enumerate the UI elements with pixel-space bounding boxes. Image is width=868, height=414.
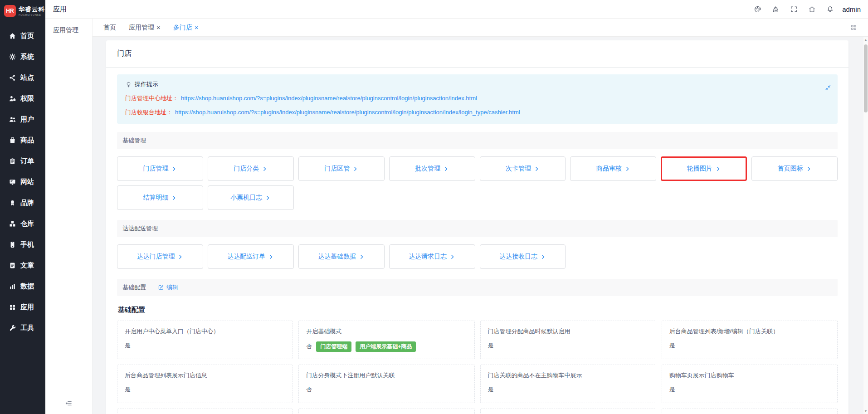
chevron-right-icon: [352, 166, 358, 172]
sidebar-item-仓库[interactable]: 仓库: [0, 213, 45, 234]
app-button-门店分类[interactable]: 门店分类: [208, 156, 294, 181]
app-button-小票机日志[interactable]: 小票机日志: [208, 185, 294, 210]
config-item-value: 是: [488, 341, 494, 350]
scroll-up-arrow[interactable]: ▲: [864, 38, 868, 41]
section-button-grid: 达达门店管理达达配送订单达达基础数据达达请求日志达达接收日志: [117, 244, 838, 269]
sidebar-item-手机[interactable]: 手机: [0, 234, 45, 255]
app-button-达达门店管理[interactable]: 达达门店管理: [117, 244, 203, 269]
app-button-label: 达达配送订单: [227, 253, 265, 261]
app-button-轮播图片[interactable]: 轮播图片: [661, 156, 747, 181]
main-area: 首页应用管理×多门店× 门店 操作提示 门店管理中心地址：https://sho…: [93, 19, 868, 414]
config-item-label: 门店管理分配商品时候默认启用: [488, 327, 649, 336]
sidebar-item-label: 品牌: [20, 199, 34, 207]
config-badge: 门店管理端: [316, 341, 351, 352]
app-button-结算明细[interactable]: 结算明细: [117, 185, 203, 210]
tip-row: 门店收银台地址：https://shop.huaruishop.com/?s=p…: [125, 108, 829, 117]
sidebar-item-数据[interactable]: 数据: [0, 276, 45, 297]
sidebar-item-label: 首页: [20, 32, 34, 40]
sidebar-item-label: 应用: [20, 303, 34, 312]
chevron-right-icon: [171, 195, 177, 201]
config-bar-title: 基础配置: [122, 283, 146, 292]
sidebar-item-站点[interactable]: 站点: [0, 67, 45, 88]
sidebar-item-用户[interactable]: 用户: [0, 109, 45, 130]
sidebar-item-label: 网站: [20, 178, 34, 186]
chevron-right-icon: [177, 254, 183, 260]
app-button-达达接收日志[interactable]: 达达接收日志: [480, 244, 566, 269]
sidebar-item-label: 数据: [20, 282, 34, 291]
sidebar-item-文章[interactable]: 文章: [0, 255, 45, 276]
sidebar-item-首页[interactable]: 首页: [0, 25, 45, 46]
chevron-right-icon: [443, 166, 449, 172]
app-button-首页图标[interactable]: 首页图标: [751, 156, 838, 181]
tab-options-icon[interactable]: [850, 24, 857, 31]
tip-row-link[interactable]: https://shop.huaruishop.com/?s=plugins/i…: [181, 95, 477, 102]
fullscreen-icon[interactable]: [790, 5, 798, 13]
sidebar-item-label: 系统: [20, 53, 34, 61]
config-item: 购物车页展示门店购物车是: [662, 365, 838, 403]
tab-close-icon[interactable]: ×: [156, 24, 161, 31]
config-item: 手机端用户中心核销（无权限隐藏）: [298, 409, 474, 414]
submenu-item-应用管理[interactable]: 应用管理: [45, 19, 92, 34]
bell-icon[interactable]: [826, 5, 834, 13]
edit-config-link[interactable]: 编辑: [158, 283, 178, 292]
users-icon: [9, 116, 16, 123]
scroll-down-arrow[interactable]: ▼: [864, 409, 868, 413]
config-item-value: 是: [488, 385, 494, 394]
config-badge: 用户端展示基础+商品: [356, 341, 416, 352]
config-item-value: 是: [669, 385, 675, 394]
permission-icon: [9, 95, 16, 102]
app-button-达达请求日志[interactable]: 达达请求日志: [389, 244, 475, 269]
sidebar-item-订单[interactable]: 订单: [0, 151, 45, 171]
brand-logo[interactable]: HR 华睿云科 HUARUIYUNKE: [0, 0, 45, 21]
section-bar-基础管理: 基础管理: [117, 132, 838, 149]
app-button-label: 轮播图片: [687, 165, 712, 173]
app-button-门店管理[interactable]: 门店管理: [117, 156, 203, 181]
tab-应用管理[interactable]: 应用管理×: [129, 24, 161, 32]
mobile-icon: [9, 241, 16, 248]
section-bar-达达配送管理: 达达配送管理: [117, 220, 838, 237]
vertical-scrollbar[interactable]: ▲ ▼: [863, 37, 868, 414]
app-button-次卡管理[interactable]: 次卡管理: [480, 156, 566, 181]
palette-icon[interactable]: [754, 5, 761, 13]
app-button-门店区管[interactable]: 门店区管: [298, 156, 385, 181]
chevron-right-icon: [359, 254, 365, 260]
sidebar-item-工具[interactable]: 工具: [0, 317, 45, 338]
username[interactable]: admin: [842, 5, 868, 13]
tip-row-label: 门店管理中心地址：: [125, 95, 178, 102]
tab-label: 首页: [103, 24, 116, 32]
sidebar-item-品牌[interactable]: 品牌: [0, 192, 45, 213]
app-button-label: 达达接收日志: [499, 253, 537, 261]
data-icon: [9, 282, 16, 290]
app-button-达达基础数据[interactable]: 达达基础数据: [298, 244, 385, 269]
tip-collapse-icon[interactable]: [824, 84, 831, 91]
sidebar-item-网站[interactable]: 网站: [0, 171, 45, 192]
config-item: 短信签名: [480, 409, 656, 414]
config-item: 门店关联的商品不在主购物车中展示是: [480, 365, 656, 403]
tab-多门店[interactable]: 多门店×: [173, 24, 199, 32]
brand-name: 华睿云科: [19, 5, 45, 14]
collapse-sidebar-button[interactable]: [45, 394, 92, 414]
apps-icon: [9, 303, 16, 311]
sidebar-item-应用[interactable]: 应用: [0, 297, 45, 317]
config-item-label: 后台商品管理列表/新增/编辑（门店关联）: [669, 327, 830, 336]
app-button-商品审核[interactable]: 商品审核: [570, 156, 656, 181]
app-button-达达配送订单[interactable]: 达达配送订单: [208, 244, 294, 269]
sidebar-item-系统[interactable]: 系统: [0, 46, 45, 67]
gear-icon: [9, 53, 16, 61]
tab-首页[interactable]: 首页: [103, 24, 116, 32]
app-button-批次管理[interactable]: 批次管理: [389, 156, 475, 181]
page-card: 门店 操作提示 门店管理中心地址：https://shop.huaruishop…: [106, 40, 848, 414]
chevron-right-icon: [262, 166, 268, 172]
config-item-label: 门店关联的商品不在主购物车中展示: [488, 371, 649, 380]
clean-icon[interactable]: [772, 5, 780, 13]
tip-row-link[interactable]: https://shop.huaruishop.com/?s=plugins/i…: [175, 109, 520, 116]
home-outline-icon[interactable]: [808, 5, 816, 13]
config-item: 后台商品管理列表/新增/编辑（门店关联）是: [662, 321, 838, 359]
config-item-value: 否: [306, 342, 312, 351]
config-item-value-row: 是: [125, 385, 285, 394]
sidebar-item-权限[interactable]: 权限: [0, 88, 45, 109]
config-grid: 开启用户中心菜单入口（门店中心）是开启基础模式否门店管理端用户端展示基础+商品门…: [117, 321, 838, 414]
scrollbar-thumb[interactable]: [864, 44, 868, 112]
sidebar-item-商品[interactable]: 商品: [0, 130, 45, 151]
tab-close-icon[interactable]: ×: [195, 24, 199, 31]
